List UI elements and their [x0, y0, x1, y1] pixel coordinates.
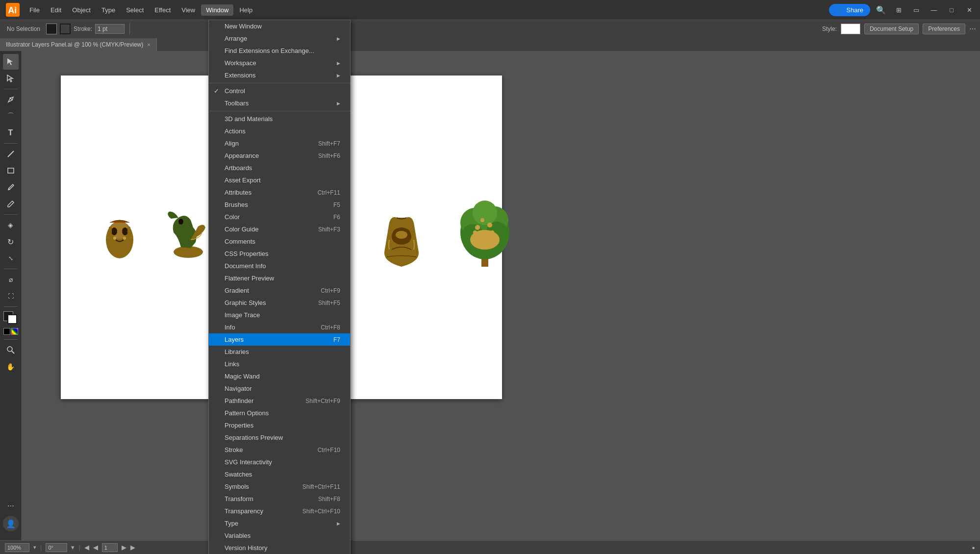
- fill-color-box[interactable]: [46, 24, 57, 34]
- close-button[interactable]: ✕: [962, 3, 976, 17]
- status-sep-3[interactable]: ●: [972, 545, 975, 551]
- menu-transform[interactable]: Transform Shift+F8: [209, 493, 350, 505]
- layout-button[interactable]: ⊞: [892, 3, 905, 17]
- stroke-width-input[interactable]: [95, 24, 125, 34]
- menu-window[interactable]: Window: [201, 4, 233, 16]
- pen-tool[interactable]: [3, 92, 19, 107]
- preferences-button[interactable]: Preferences: [923, 24, 965, 34]
- warp-tool[interactable]: ⌀: [3, 272, 19, 287]
- free-transform-tool[interactable]: ⛶: [3, 288, 19, 304]
- user-avatar[interactable]: 👤: [3, 516, 19, 531]
- menu-arrange[interactable]: Arrange: [209, 32, 350, 45]
- menu-version-history[interactable]: Version History: [209, 542, 350, 554]
- menu-edit[interactable]: Edit: [46, 4, 66, 16]
- menu-type[interactable]: Type: [209, 517, 350, 529]
- menu-appearance[interactable]: Appearance Shift+F6: [209, 150, 350, 162]
- menu-actions[interactable]: Actions: [209, 125, 350, 137]
- rotate-tool[interactable]: ↻: [3, 234, 19, 250]
- paintbrush-tool[interactable]: [3, 179, 19, 195]
- menu-pattern-options[interactable]: Pattern Options: [209, 407, 350, 419]
- arrange-windows-button[interactable]: ▭: [909, 3, 923, 17]
- document-tab[interactable]: Illustrator Layers Panel.ai @ 100 % (CMY…: [0, 38, 157, 51]
- menu-pathfinder[interactable]: Pathfinder Shift+Ctrl+F9: [209, 395, 350, 407]
- menu-swatches[interactable]: Swatches: [209, 468, 350, 480]
- selection-tool[interactable]: [3, 54, 19, 70]
- color-picker[interactable]: [11, 328, 18, 335]
- next-artboard-button[interactable]: ▶: [122, 544, 126, 551]
- share-button[interactable]: 👤 Share: [829, 4, 870, 16]
- maximize-button[interactable]: □: [945, 3, 958, 17]
- zoom-input[interactable]: [5, 543, 29, 552]
- menu-color[interactable]: Color F6: [209, 211, 350, 223]
- menu-layers[interactable]: Layers F7: [209, 333, 350, 346]
- menu-file[interactable]: File: [25, 4, 45, 16]
- menu-properties[interactable]: Properties: [209, 419, 350, 431]
- menu-find-extensions[interactable]: Find Extensions on Exchange...: [209, 45, 350, 57]
- stroke-color-box[interactable]: [60, 24, 71, 34]
- menu-asset-export[interactable]: Asset Export: [209, 174, 350, 186]
- menu-effect[interactable]: Effect: [150, 4, 176, 16]
- menu-select[interactable]: Select: [121, 4, 149, 16]
- artboard-number-input[interactable]: [102, 543, 118, 552]
- rotation-input[interactable]: [46, 543, 67, 552]
- menu-magic-wand[interactable]: Magic Wand: [209, 370, 350, 382]
- tab-close-button[interactable]: ×: [147, 42, 150, 48]
- menu-type[interactable]: Type: [97, 4, 120, 16]
- artwork-item-5[interactable]: [453, 193, 527, 281]
- menu-toolbars[interactable]: Toolbars: [209, 97, 350, 109]
- menu-separations-preview[interactable]: Separations Preview: [209, 431, 350, 444]
- more-tools-button[interactable]: ⋯: [3, 498, 19, 514]
- menu-artboards[interactable]: Artboards: [209, 162, 350, 174]
- menu-extensions[interactable]: Extensions: [209, 69, 350, 81]
- menu-graphic-styles[interactable]: Graphic Styles Shift+F5: [209, 297, 350, 309]
- menu-align[interactable]: Align Shift+F7: [209, 137, 350, 150]
- menu-links[interactable]: Links: [209, 358, 350, 370]
- swap-fill-stroke[interactable]: [3, 328, 10, 335]
- menu-symbols[interactable]: Symbols Shift+Ctrl+F11: [209, 480, 350, 493]
- menu-stroke[interactable]: Stroke Ctrl+F10: [209, 444, 350, 456]
- menu-gradient[interactable]: Gradient Ctrl+F9: [209, 284, 350, 297]
- prev-artboard-button-2[interactable]: ◀: [93, 544, 98, 551]
- artwork-item-1[interactable]: [100, 213, 149, 272]
- direct-selection-tool[interactable]: [3, 71, 19, 86]
- menu-color-guide[interactable]: Color Guide Shift+F3: [209, 223, 350, 235]
- menu-attributes[interactable]: Attributes Ctrl+F11: [209, 186, 350, 199]
- menu-view[interactable]: View: [176, 4, 200, 16]
- menu-image-trace[interactable]: Image Trace: [209, 309, 350, 321]
- menu-info[interactable]: Info Ctrl+F8: [209, 321, 350, 333]
- curvature-tool[interactable]: ⌒: [3, 108, 19, 124]
- style-preview[interactable]: [841, 24, 860, 34]
- stroke-indicator[interactable]: [7, 314, 17, 324]
- rect-tool[interactable]: [3, 163, 19, 178]
- fill-stroke-indicator[interactable]: [3, 311, 18, 325]
- menu-object[interactable]: Object: [67, 4, 96, 16]
- next-artboard-button-last[interactable]: ▶: [130, 544, 135, 551]
- menu-navigator[interactable]: Navigator: [209, 382, 350, 395]
- pencil-tool[interactable]: [3, 196, 19, 212]
- menu-variables[interactable]: Variables: [209, 529, 350, 542]
- menu-control[interactable]: Control: [209, 85, 350, 97]
- minimize-button[interactable]: —: [927, 3, 941, 17]
- menu-flattener-preview[interactable]: Flattener Preview: [209, 272, 350, 284]
- menu-document-info[interactable]: Document Info: [209, 260, 350, 272]
- more-options-icon[interactable]: ⋯: [969, 25, 976, 33]
- menu-transparency[interactable]: Transparency Shift+Ctrl+F10: [209, 505, 350, 517]
- line-tool[interactable]: [3, 146, 19, 162]
- prev-artboard-button[interactable]: ◀: [84, 544, 89, 551]
- zoom-tool[interactable]: [3, 342, 19, 358]
- menu-comments[interactable]: Comments: [209, 235, 350, 248]
- hand-tool[interactable]: ✋: [3, 359, 19, 375]
- menu-3d-materials[interactable]: 3D and Materials: [209, 113, 350, 125]
- menu-libraries[interactable]: Libraries: [209, 346, 350, 358]
- menu-new-window[interactable]: New Window: [209, 20, 350, 32]
- eraser-tool[interactable]: ◈: [3, 217, 19, 233]
- scale-tool[interactable]: ⤡: [3, 251, 19, 266]
- document-setup-button[interactable]: Document Setup: [864, 24, 919, 34]
- search-button[interactable]: 🔍: [874, 3, 888, 17]
- menu-help[interactable]: Help: [234, 4, 257, 16]
- menu-svg-interactivity[interactable]: SVG Interactivity: [209, 456, 350, 468]
- text-tool[interactable]: T: [3, 125, 19, 141]
- menu-css-properties[interactable]: CSS Properties: [209, 248, 350, 260]
- menu-workspace[interactable]: Workspace: [209, 57, 350, 69]
- artwork-item-4[interactable]: [379, 213, 433, 286]
